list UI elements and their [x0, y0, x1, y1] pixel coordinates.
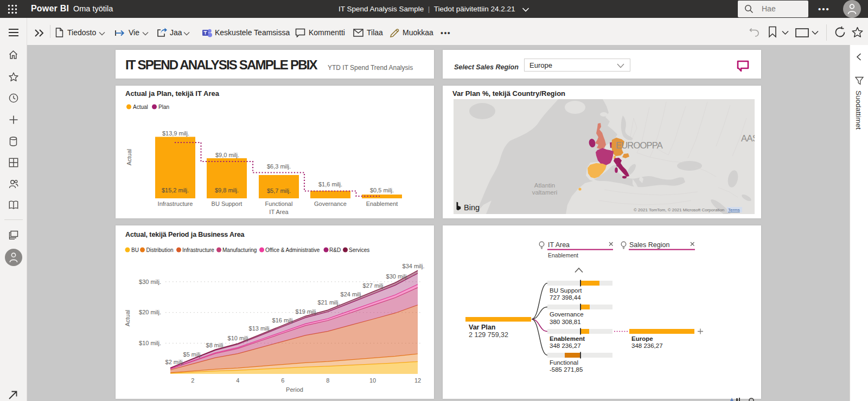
- svg-text:Actual: Actual: [124, 310, 131, 327]
- svg-text:Functional: Functional: [265, 200, 293, 207]
- svg-text:BU Support: BU Support: [550, 287, 582, 294]
- svg-text:$1,6 milj.: $1,6 milj.: [318, 181, 342, 187]
- svg-text:IT Area: IT Area: [269, 209, 289, 215]
- svg-text:Enablement: Enablement: [366, 200, 398, 207]
- svg-text:Plan: Plan: [158, 104, 169, 110]
- svg-text:$30 milj.: $30 milj.: [139, 279, 161, 285]
- svg-text:$20 milj.: $20 milj.: [139, 309, 161, 315]
- svg-text:Services: Services: [349, 247, 369, 253]
- svg-text:Actual: Actual: [133, 104, 148, 110]
- svg-text:348 236,27: 348 236,27: [550, 342, 581, 349]
- svg-text:Atlantin: Atlantin: [534, 182, 555, 189]
- svg-text:$13,9 milj.: $13,9 milj.: [162, 130, 189, 137]
- svg-text:$2 milj.: $2 milj.: [165, 359, 184, 365]
- svg-text:$10 milj.: $10 milj.: [139, 340, 161, 346]
- svg-text:$5,7 milj.: $5,7 milj.: [267, 187, 291, 194]
- svg-text:Infrastructure: Infrastructure: [158, 200, 193, 207]
- svg-text:10: 10: [369, 377, 376, 384]
- svg-text:BU Support: BU Support: [212, 200, 242, 207]
- svg-text:$30 milj.: $30 milj.: [386, 273, 409, 280]
- svg-text:BU: BU: [131, 247, 139, 253]
- svg-text:Europe: Europe: [631, 335, 653, 342]
- svg-text:$5 milj.: $5 milj.: [183, 351, 202, 358]
- svg-text:$10 milj.: $10 milj.: [228, 335, 250, 341]
- svg-text:-585 271,85: -585 271,85: [550, 366, 583, 373]
- svg-text:$27 milj.: $27 milj.: [363, 282, 385, 289]
- svg-text:Office & Administrative: Office & Administrative: [265, 247, 320, 253]
- svg-text:Governance: Governance: [314, 200, 347, 207]
- svg-text:© 2021 TomTom, © 2021 Microsof: © 2021 TomTom, © 2021 Microsoft Corporat…: [634, 208, 724, 212]
- svg-text:2: 2: [191, 377, 194, 384]
- svg-text:$6,3 milj.: $6,3 milj.: [267, 163, 291, 170]
- svg-text:Actual: Actual: [126, 149, 132, 166]
- svg-text:Period: Period: [286, 386, 303, 393]
- svg-text:Manufacturing: Manufacturing: [222, 247, 257, 253]
- svg-text:12: 12: [414, 377, 421, 384]
- svg-text:Terms: Terms: [728, 208, 740, 212]
- svg-text:Functional: Functional: [550, 359, 578, 366]
- svg-text:Infrastructure: Infrastructure: [182, 247, 214, 253]
- svg-text:Bing: Bing: [464, 203, 480, 212]
- svg-text:6: 6: [281, 377, 284, 384]
- svg-text:$16 milj.: $16 milj.: [272, 317, 295, 324]
- svg-text:$34 milj.: $34 milj.: [403, 263, 425, 269]
- svg-text:Distribution: Distribution: [146, 247, 174, 253]
- svg-text:Sales Region: Sales Region: [629, 241, 669, 249]
- svg-text:4: 4: [236, 377, 239, 384]
- svg-text:Var Plan %, tekijä Country/Reg: Var Plan %, tekijä Country/Region: [452, 89, 565, 98]
- svg-text:380 308,81: 380 308,81: [550, 319, 581, 325]
- svg-text:$15,2 milj.: $15,2 milj.: [162, 187, 189, 193]
- svg-text:$19 milj.: $19 milj.: [296, 308, 318, 315]
- svg-text:Enablement: Enablement: [548, 252, 578, 258]
- svg-text:AASIA: AASIA: [741, 133, 761, 143]
- svg-text:Governance: Governance: [550, 311, 584, 318]
- svg-text:$9,0 milj.: $9,0 milj.: [215, 152, 239, 158]
- svg-text:Enablement: Enablement: [550, 335, 585, 342]
- svg-text:$0,5 milj.: $0,5 milj.: [370, 187, 394, 193]
- svg-text:$21 milj.: $21 milj.: [318, 299, 340, 306]
- svg-text:IT Area: IT Area: [548, 241, 570, 249]
- svg-text:$8 milj.: $8 milj.: [206, 342, 225, 348]
- svg-text:$24 milj.: $24 milj.: [341, 291, 363, 297]
- svg-text:valtameri: valtameri: [532, 189, 558, 196]
- svg-text:727 398,44: 727 398,44: [550, 294, 581, 301]
- svg-text:8: 8: [326, 377, 329, 384]
- svg-text:Actual, tekijä Period ja Busin: Actual, tekijä Period ja Business Area: [125, 231, 245, 238]
- svg-text:Actual ja Plan, tekijä IT Area: Actual ja Plan, tekijä IT Area: [125, 89, 220, 98]
- svg-text:2 129 759,32: 2 129 759,32: [469, 331, 508, 339]
- svg-text:$13 milj.: $13 milj.: [249, 325, 271, 332]
- svg-text:$9,8 milj.: $9,8 milj.: [215, 187, 239, 193]
- svg-text:348 236,27: 348 236,27: [631, 342, 663, 349]
- svg-text:R&D: R&D: [329, 247, 341, 253]
- svg-text:Var Plan: Var Plan: [469, 324, 495, 331]
- svg-text:EUROOPPA: EUROOPPA: [616, 140, 663, 150]
